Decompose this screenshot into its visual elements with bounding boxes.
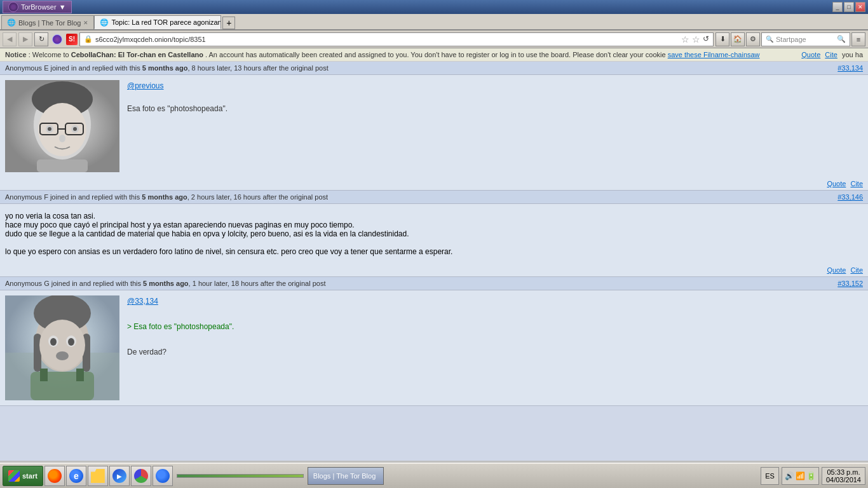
notice-cite-link[interactable]: Cite: [825, 51, 837, 58]
title-bar: TorBrowser ▼ _ □ ✕: [0, 0, 868, 14]
post-g-header: Anonymous G joined in and replied with t…: [0, 277, 868, 290]
tor-browser-label: TorBrowser: [21, 3, 57, 11]
lock-icon: 🔒: [84, 35, 93, 43]
svg-point-26: [56, 351, 69, 360]
bookmark-star-icon[interactable]: ☆: [681, 34, 689, 44]
post-e-header-text: Anonymous E joined in and replied with t…: [5, 64, 329, 72]
svg-point-21: [39, 320, 85, 370]
download-btn[interactable]: ⬇: [715, 32, 729, 46]
notice-quote-link[interactable]: Quote: [801, 51, 820, 58]
post-f: Anonymous F joined in and replied with t…: [0, 191, 868, 277]
new-tab-btn[interactable]: +: [222, 17, 235, 29]
s-icon: S!: [66, 34, 78, 45]
post-f-text: yo no veria la cosa tan asi. hace muy po…: [5, 209, 452, 259]
notice-welcome: Welcome to: [32, 51, 71, 58]
tab-1-favicon: 🌐: [100, 18, 109, 27]
post-g-header-text: Anonymous G joined in and replied with t…: [5, 280, 325, 287]
post-e-cite-btn[interactable]: Cite: [850, 180, 863, 187]
address-bar[interactable]: 🔒 s6cco2jylmxqcdeh.onion/topic/8351 ☆ ☆ …: [79, 32, 714, 46]
post-e-image: [5, 80, 119, 172]
post-f-body: yo no veria la cosa tan asi. hace muy po…: [0, 204, 868, 264]
post-f-header: Anonymous F joined in and replied with t…: [0, 191, 868, 204]
bookmark-star2-icon[interactable]: ☆: [692, 34, 700, 44]
post-e-body: @previous Esa foto es "photoshopeada".: [0, 75, 868, 177]
post-g-text-area: @33,134 > Esa foto es "photoshopeada". D…: [127, 295, 863, 358]
notice-you: you ha: [842, 51, 863, 58]
post-e-header: Anonymous E joined in and replied with t…: [0, 62, 868, 75]
home-btn[interactable]: 🏠: [731, 32, 745, 46]
settings-btn[interactable]: ⚙: [746, 32, 760, 46]
tor-browser-menu-btn[interactable]: TorBrowser ▼: [3, 1, 72, 13]
home-favicon: [50, 32, 64, 46]
refresh-btn[interactable]: ↻: [34, 32, 48, 46]
post-f-line-2: hace muy poco que cayó el principal host…: [5, 220, 452, 229]
post-g-time: 5 months ago: [143, 280, 189, 287]
post-g-body: @33,134 > Esa foto es "photoshopeada". D…: [0, 290, 868, 405]
tab-0-label: Blogs | The Tor Blog: [18, 19, 81, 27]
tab-0[interactable]: 🌐 Blogs | The Tor Blog ✕: [1, 15, 94, 29]
back-btn[interactable]: ◀: [3, 32, 17, 46]
svg-point-11: [73, 127, 77, 131]
search-magnifier-icon: 🔍: [837, 35, 846, 43]
post-f-line-1: yo no veria la cosa tan asi.: [5, 212, 452, 220]
post-f-header-text: Anonymous F joined in and replied with t…: [5, 193, 328, 201]
svg-rect-13: [37, 159, 88, 172]
notice-link[interactable]: save these Filname-chainsaw: [668, 51, 760, 58]
post-e-footer: Quote Cite: [0, 177, 868, 190]
addr-icons: 🔒: [84, 35, 93, 43]
tab-1[interactable]: 🌐 Topic: La red TOR parece agonizante ..…: [94, 15, 221, 29]
tab-1-label: Topic: La red TOR parece agonizante ...: [111, 18, 221, 26]
minimize-btn[interactable]: _: [832, 2, 843, 12]
post-f-quote-btn[interactable]: Quote: [827, 266, 846, 274]
title-bar-controls: _ □ ✕: [832, 2, 865, 12]
close-btn[interactable]: ✕: [855, 2, 865, 12]
maximize-btn[interactable]: □: [844, 2, 854, 12]
title-bar-left: TorBrowser ▼: [3, 1, 72, 13]
post-g-image: [5, 295, 119, 400]
post-e-id[interactable]: #33,134: [837, 64, 863, 72]
svg-point-12: [59, 135, 65, 142]
notice-bar: Quote Cite you ha Notice : Welcome to Ce…: [0, 48, 868, 62]
post-g-image-svg: [5, 295, 119, 400]
addr-right-icons: ☆ ☆ ↺: [681, 34, 709, 44]
post-f-id[interactable]: #33,146: [837, 193, 863, 201]
main-content: Anonymous E joined in and replied with t…: [0, 62, 868, 461]
tab-0-favicon: 🌐: [7, 18, 16, 27]
post-e-text-area: @previous Esa foto es "photoshopeada".: [127, 80, 863, 114]
post-g: Anonymous G joined in and replied with t…: [0, 277, 868, 406]
post-f-line-3: dudo que se llegue a la cantidad de mate…: [5, 229, 452, 238]
post-f-cite-btn[interactable]: Cite: [850, 266, 863, 274]
post-e-image-svg: [5, 80, 119, 172]
post-e-text: Esa foto es "photoshopeada".: [127, 104, 227, 113]
post-g-reply-link[interactable]: @33,134: [127, 297, 158, 306]
dropdown-arrow: ▼: [59, 3, 66, 11]
svg-point-25: [68, 338, 74, 346]
post-f-line-4: lo que yo espero con ansias es un verdad…: [5, 247, 452, 256]
nav-right: ⬇ 🏠 ⚙ 🔍 Startpage 🔍 ≡: [715, 32, 865, 46]
svg-point-10: [48, 127, 51, 131]
forward-btn[interactable]: ▶: [18, 32, 32, 46]
post-e: Anonymous E joined in and replied with t…: [0, 62, 868, 191]
post-f-time: 5 months ago: [142, 193, 187, 201]
post-e-time: 5 months ago: [142, 64, 188, 72]
notice-sitename: CebollaChan: El Tor-chan en Castellano: [71, 51, 203, 58]
nav-bar: ◀ ▶ ↻ S! 🔒 s6cco2jylmxqcdeh.onion/topic/…: [0, 30, 868, 48]
tor-icon: [8, 2, 18, 12]
search-placeholder: Startpage: [776, 36, 806, 43]
url-text: s6cco2jylmxqcdeh.onion/topic/8351: [95, 36, 206, 43]
post-f-footer: Quote Cite: [0, 264, 868, 276]
post-e-reply-link[interactable]: @previous: [127, 81, 164, 90]
svg-point-24: [50, 338, 57, 346]
search-bar[interactable]: 🔍 Startpage 🔍: [761, 32, 850, 46]
nav-extra-btn[interactable]: ≡: [851, 32, 865, 46]
post-g-id[interactable]: #33,152: [837, 280, 863, 287]
svg-rect-28: [40, 369, 48, 381]
post-g-text: De verdad?: [127, 348, 166, 356]
notice-prefix: Notice: [5, 51, 27, 58]
svg-rect-29: [76, 369, 84, 381]
post-e-quote-btn[interactable]: Quote: [827, 180, 846, 187]
reload-icon[interactable]: ↺: [703, 34, 709, 44]
tab-bar: 🌐 Blogs | The Tor Blog ✕ 🌐 Topic: La red…: [0, 14, 868, 30]
notice-right-links: Quote Cite you ha: [801, 51, 863, 58]
tab-0-close[interactable]: ✕: [83, 20, 88, 26]
